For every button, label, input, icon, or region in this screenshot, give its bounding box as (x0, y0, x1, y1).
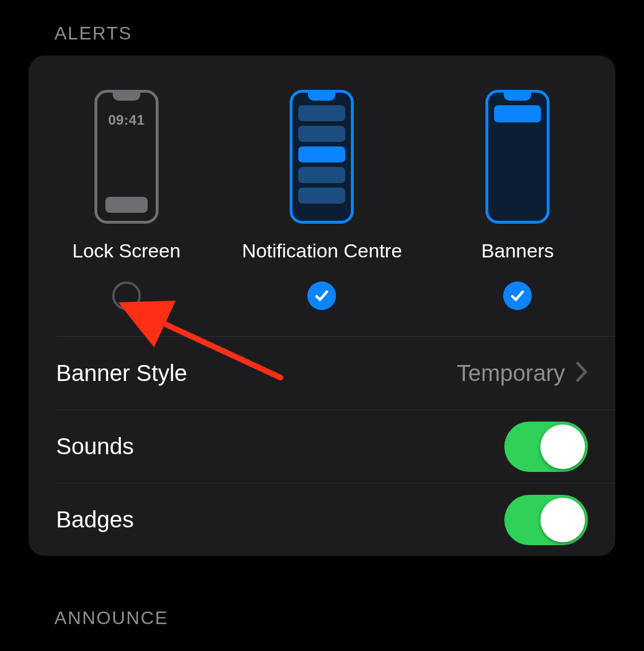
chevron-right-icon (575, 361, 588, 386)
banner-style-label: Banner Style (56, 360, 187, 386)
badges-label: Badges (56, 507, 134, 533)
settings-page: ALERTS 09:41 Lock Screen (0, 0, 644, 651)
banner-style-value: Temporary (457, 360, 565, 386)
alert-option-label: Banners (481, 240, 554, 262)
sounds-row[interactable]: Sounds (56, 410, 615, 483)
sounds-label: Sounds (56, 434, 134, 459)
badges-toggle[interactable] (504, 495, 588, 545)
alerts-section-header: ALERTS (29, 23, 615, 55)
alerts-card: 09:41 Lock Screen (29, 55, 615, 556)
alert-option-lock-screen[interactable]: 09:41 Lock Screen (29, 90, 224, 310)
banner-style-value-group: Temporary (457, 360, 588, 386)
toggle-knob (540, 424, 585, 469)
notification-centre-phone-icon (290, 90, 354, 224)
checkmark-circle-icon[interactable] (503, 281, 532, 310)
alert-option-banners[interactable]: Banners (420, 90, 615, 310)
badges-row[interactable]: Badges (56, 483, 615, 556)
unchecked-circle-icon[interactable] (112, 281, 141, 310)
announce-section-header: ANNOUNCE (29, 556, 615, 640)
banners-phone-icon (485, 90, 550, 224)
sounds-toggle[interactable] (504, 422, 588, 472)
toggle-knob (540, 498, 585, 542)
alert-style-selector: 09:41 Lock Screen (29, 55, 615, 336)
alert-option-label: Notification Centre (242, 240, 402, 262)
lock-screen-phone-icon: 09:41 (94, 90, 159, 224)
alert-option-label: Lock Screen (72, 240, 180, 262)
lock-screen-time-text: 09:41 (97, 112, 156, 128)
alert-option-notification-centre[interactable]: Notification Centre (224, 90, 420, 310)
banner-style-row[interactable]: Banner Style Temporary (56, 336, 615, 410)
checkmark-circle-icon[interactable] (307, 281, 336, 310)
